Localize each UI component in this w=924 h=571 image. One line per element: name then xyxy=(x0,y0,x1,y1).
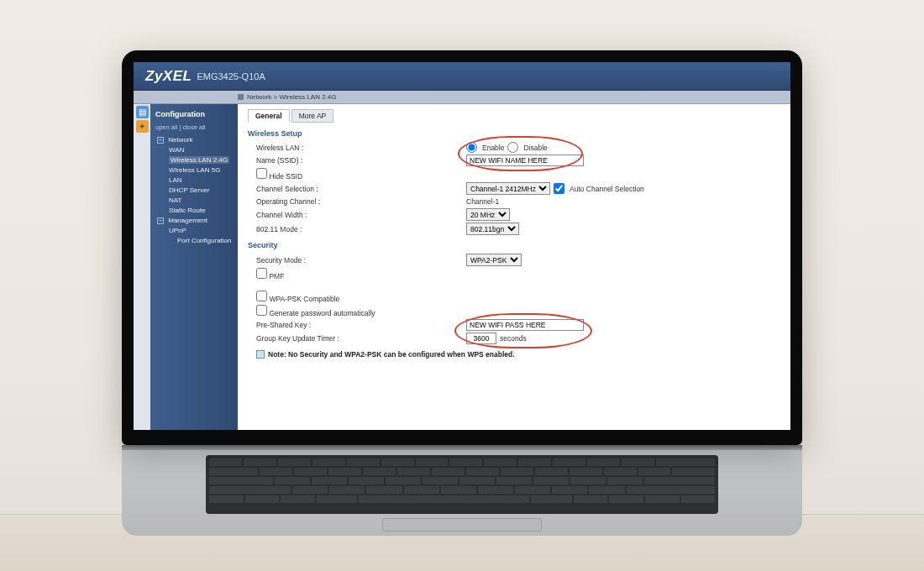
label-ssid: Name (SSID) : xyxy=(256,156,466,165)
checkbox-pmf[interactable] xyxy=(256,268,267,279)
icon-rail: ▤ ✦ xyxy=(134,104,150,430)
sidebar-node-management[interactable]: − Management xyxy=(155,216,234,226)
wps-note: Note: No Security and WPA2-PSK can be co… xyxy=(246,350,782,359)
collapse-icon[interactable]: − xyxy=(157,217,164,224)
label-channel-width: Channel Width : xyxy=(256,211,466,219)
radio-wlan-enable[interactable] xyxy=(466,142,477,153)
value-op-channel: Channel-1 xyxy=(466,197,499,206)
label-group-key-timer: Group Key Update Timer : xyxy=(256,334,466,343)
select-security-mode[interactable]: WPA2-PSK xyxy=(466,254,522,266)
close-all-link[interactable]: close all xyxy=(182,123,205,131)
select-80211-mode[interactable]: 802.11bgn xyxy=(466,223,519,235)
sidebar-title: Configuration xyxy=(155,109,234,121)
breadcrumb-icon xyxy=(238,94,244,100)
input-ssid[interactable] xyxy=(466,155,584,166)
checkbox-wpa-compat[interactable] xyxy=(256,291,267,301)
sidebar-item-nat[interactable]: NAT xyxy=(155,196,234,206)
input-psk[interactable] xyxy=(466,319,584,331)
sidebar: Configuration open all | close all − Net… xyxy=(150,104,238,430)
brand-logo: ZyXEL xyxy=(145,68,192,85)
note-icon xyxy=(256,350,265,359)
laptop-bezel: ZyXEL EMG3425-Q10A Network > Wireless LA… xyxy=(122,50,802,445)
section-security: Security xyxy=(248,241,782,249)
breadcrumb-current: Wireless LAN 2.4G xyxy=(279,93,336,101)
sidebar-item-wlan24[interactable]: Wireless LAN 2.4G xyxy=(155,155,234,165)
model-label: EMG3425-Q10A xyxy=(197,71,265,81)
router-admin-screen: ZyXEL EMG3425-Q10A Network > Wireless LA… xyxy=(134,62,790,430)
collapse-icon[interactable]: − xyxy=(157,137,164,144)
laptop: ZyXEL EMG3425-Q10A Network > Wireless LA… xyxy=(122,50,802,533)
page-header: ZyXEL EMG3425-Q10A xyxy=(134,62,790,91)
select-channel-width[interactable]: 20 MHz xyxy=(466,208,510,221)
tab-bar: General More AP xyxy=(248,109,782,123)
laptop-keyboard-deck xyxy=(122,445,802,536)
label-80211-mode: 802.11 Mode : xyxy=(256,225,466,233)
laptop-trackpad xyxy=(382,518,542,532)
label-psk: Pre-Shared Key : xyxy=(256,321,466,329)
checkbox-hide-ssid[interactable] xyxy=(256,168,267,179)
label-security-mode: Security Mode : xyxy=(256,256,466,265)
rail-icon-2[interactable]: ✦ xyxy=(136,120,149,133)
label-channel-selection: Channel Selection : xyxy=(256,185,466,193)
label-wlan: Wireless LAN : xyxy=(256,144,466,152)
laptop-keyboard xyxy=(206,455,718,514)
sidebar-item-dhcp[interactable]: DHCP Server xyxy=(155,186,234,196)
sidebar-node-network[interactable]: − Network xyxy=(155,135,234,145)
main-panel: General More AP Wireless Setup Wireless … xyxy=(238,104,790,430)
open-all-link[interactable]: open all xyxy=(155,123,177,131)
label-op-channel: Operating Channel : xyxy=(256,197,466,206)
sidebar-item-wlan5[interactable]: Wireless LAN 5G xyxy=(155,165,234,175)
sidebar-item-wan[interactable]: WAN xyxy=(155,145,234,155)
checkbox-auto-channel[interactable] xyxy=(554,183,564,194)
sidebar-item-port-config[interactable]: Port Configuration xyxy=(155,236,234,246)
rail-icon-1[interactable]: ▤ xyxy=(136,106,149,118)
sidebar-item-lan[interactable]: LAN xyxy=(155,175,234,186)
sidebar-item-static-route[interactable]: Static Route xyxy=(155,206,234,216)
tab-more-ap[interactable]: More AP xyxy=(291,109,334,123)
tab-general[interactable]: General xyxy=(248,109,290,123)
breadcrumb-prefix: Network xyxy=(247,93,271,101)
input-group-key-timer[interactable] xyxy=(466,333,496,344)
select-channel[interactable]: Channel-1 2412MHz xyxy=(466,182,550,195)
section-wireless-setup: Wireless Setup xyxy=(248,129,782,138)
checkbox-gen-auto[interactable] xyxy=(256,305,267,316)
sidebar-item-upnp[interactable]: UPnP xyxy=(155,226,234,236)
breadcrumb: Network > Wireless LAN 2.4G xyxy=(134,91,790,104)
radio-wlan-disable[interactable] xyxy=(507,142,518,153)
